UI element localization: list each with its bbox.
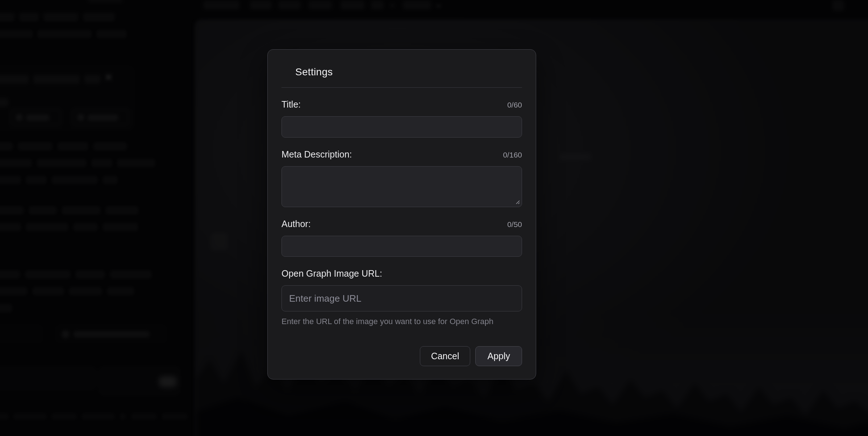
- settings-modal: Settings Title: 0/60 Meta Description: 0…: [267, 49, 536, 380]
- modal-divider: [281, 87, 522, 88]
- meta-description-label-row: Meta Description: 0/160: [281, 149, 522, 160]
- author-char-counter: 0/50: [507, 220, 522, 229]
- author-label: Author:: [281, 219, 311, 229]
- meta-description-label: Meta Description:: [281, 149, 352, 160]
- cancel-button[interactable]: Cancel: [420, 346, 471, 366]
- meta-description-wrap: [281, 166, 522, 207]
- author-input[interactable]: [281, 236, 522, 257]
- og-image-label: Open Graph Image URL:: [281, 268, 382, 279]
- meta-description-textarea[interactable]: [281, 166, 522, 207]
- og-image-url-input[interactable]: [281, 285, 522, 311]
- apply-button[interactable]: Apply: [475, 346, 522, 366]
- og-image-label-row: Open Graph Image URL:: [281, 268, 522, 279]
- title-input[interactable]: [281, 116, 522, 138]
- title-label-row: Title: 0/60: [281, 99, 522, 110]
- app-root: ⌄ ✕: [0, 0, 868, 436]
- og-image-helper-text: Enter the URL of the image you want to u…: [281, 317, 522, 326]
- meta-description-char-counter: 0/160: [503, 151, 522, 159]
- title-label: Title:: [281, 99, 301, 110]
- modal-footer: Cancel Apply: [281, 346, 522, 366]
- title-char-counter: 0/60: [507, 101, 522, 109]
- author-label-row: Author: 0/50: [281, 219, 522, 229]
- modal-title: Settings: [295, 65, 522, 79]
